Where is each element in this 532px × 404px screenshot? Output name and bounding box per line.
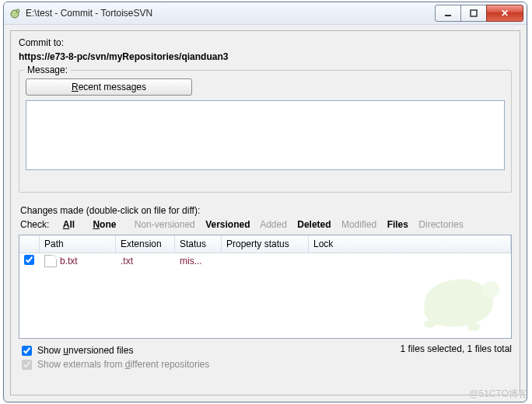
bottom-row: Show unversioned files Show externals fr… xyxy=(19,343,512,371)
filter-non-versioned[interactable]: Non-versioned xyxy=(135,219,195,230)
svg-rect-3 xyxy=(471,10,477,16)
message-group: Message: Recent messages xyxy=(19,70,512,193)
changes-hint: Changes made (double-click on file for d… xyxy=(20,205,512,216)
message-label: Message: xyxy=(24,64,71,75)
row-path: b.txt xyxy=(40,255,116,267)
check-label: Check: xyxy=(20,219,49,230)
svg-point-1 xyxy=(16,9,19,12)
commit-dialog: E:\test - Commit - TortoiseSVN ✕ Commit … xyxy=(3,2,527,402)
filter-none[interactable]: None xyxy=(93,219,124,230)
recent-accel: R xyxy=(72,82,79,92)
selection-status: 1 files selected, 1 files total xyxy=(401,343,512,354)
filter-modified[interactable]: Modified xyxy=(341,219,376,230)
show-externals-option: Show externals from different repositori… xyxy=(19,357,209,371)
col-lock[interactable]: Lock xyxy=(309,235,511,252)
file-icon xyxy=(44,255,57,267)
list-header: Path Extension Status Property status Lo… xyxy=(19,235,511,253)
tortoise-watermark-icon xyxy=(413,259,506,336)
show-unversioned-checkbox[interactable] xyxy=(22,346,32,356)
check-filter-row: Check: All None Non-versioned Versioned … xyxy=(20,219,512,230)
filter-files[interactable]: Files xyxy=(387,219,408,230)
table-row[interactable]: b.txt .txt mis... xyxy=(19,253,511,269)
recent-messages-button[interactable]: Recent messages xyxy=(26,78,192,96)
maximize-button[interactable] xyxy=(460,5,487,22)
minimize-button[interactable] xyxy=(435,5,461,22)
options-column: Show unversioned files Show externals fr… xyxy=(19,343,209,371)
col-checkbox[interactable] xyxy=(19,235,40,252)
commit-message-input[interactable] xyxy=(26,100,505,170)
row-extension: .txt xyxy=(116,256,175,266)
col-property-status[interactable]: Property status xyxy=(222,235,309,252)
filter-added[interactable]: Added xyxy=(260,219,287,230)
show-externals-checkbox xyxy=(22,360,32,370)
filter-versioned[interactable]: Versioned xyxy=(205,219,250,230)
tortoisesvn-icon xyxy=(9,7,21,19)
commit-to-label: Commit to: xyxy=(19,37,512,48)
col-extension[interactable]: Extension xyxy=(116,235,175,252)
svg-point-4 xyxy=(482,281,499,298)
filter-deleted[interactable]: Deleted xyxy=(297,219,331,230)
window-buttons: ✕ xyxy=(436,5,523,22)
close-button[interactable]: ✕ xyxy=(486,5,523,22)
client-area: Commit to: https://e73-8-pc/svn/myReposi… xyxy=(10,30,520,395)
page-watermark: @51CTO博客 xyxy=(469,388,527,401)
svg-rect-2 xyxy=(445,15,451,16)
row-status: mis... xyxy=(175,256,222,266)
col-status[interactable]: Status xyxy=(175,235,222,252)
col-path[interactable]: Path xyxy=(40,235,116,252)
filter-all[interactable]: All xyxy=(63,219,82,230)
window-title: E:\test - Commit - TortoiseSVN xyxy=(26,8,436,19)
filter-directories[interactable]: Directories xyxy=(418,219,463,230)
changes-list[interactable]: Path Extension Status Property status Lo… xyxy=(19,235,512,339)
svg-point-6 xyxy=(467,323,480,331)
row-checkbox[interactable] xyxy=(24,255,34,265)
titlebar[interactable]: E:\test - Commit - TortoiseSVN ✕ xyxy=(4,2,527,25)
svg-point-5 xyxy=(424,320,436,328)
show-unversioned-option[interactable]: Show unversioned files xyxy=(19,343,209,357)
commit-url: https://e73-8-pc/svn/myRepositories/qian… xyxy=(19,51,512,62)
